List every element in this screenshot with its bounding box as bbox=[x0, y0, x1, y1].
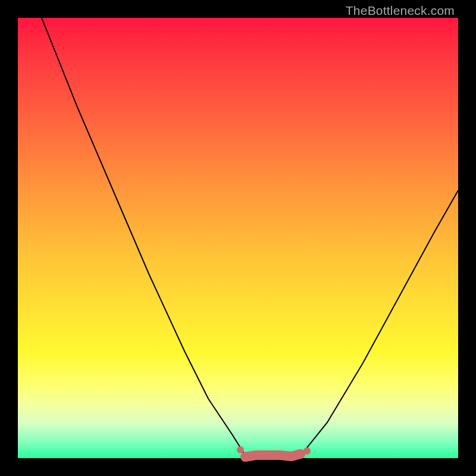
watermark-text: TheBottleneck.com bbox=[346, 4, 455, 18]
plot-gradient-area bbox=[18, 18, 458, 458]
chart-container: TheBottleneck.com bbox=[0, 0, 476, 476]
